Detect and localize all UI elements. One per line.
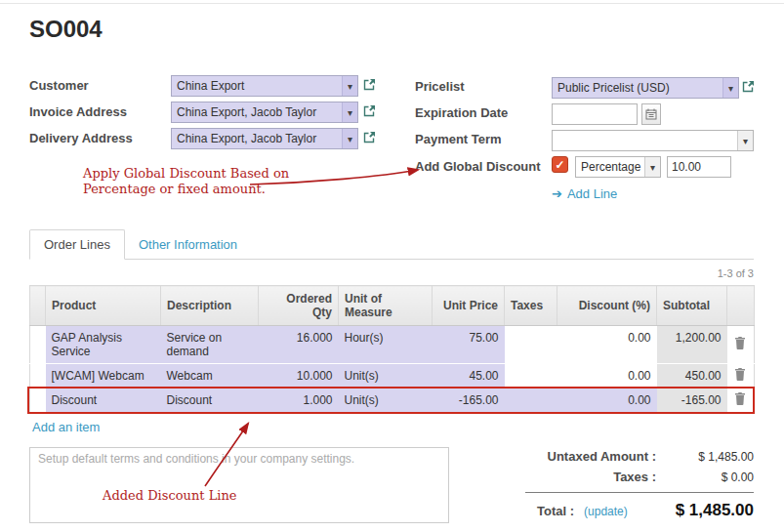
cell-uom[interactable]: Unit(s) <box>339 389 433 413</box>
notebook-tabs: Order Lines Other Information <box>29 230 754 260</box>
total-value: $ 1,485.00 <box>628 501 754 520</box>
cell-discount[interactable]: 0.00 <box>557 364 657 389</box>
col-taxes: Taxes <box>505 286 557 326</box>
add-global-discount-label: Add Global Discount <box>415 159 541 174</box>
discount-type-select[interactable]: Percentage <box>575 156 661 178</box>
table-row[interactable]: GAP Analysis Service Service on demand 1… <box>30 326 755 364</box>
col-description: Description <box>161 286 259 326</box>
cell-taxes[interactable] <box>505 326 557 364</box>
trash-icon[interactable] <box>727 364 755 389</box>
cell-product[interactable]: Discount <box>46 389 161 413</box>
payment-term-label: Payment Term <box>415 132 502 146</box>
cell-description[interactable]: Discount <box>161 389 259 413</box>
cell-description[interactable]: Webcam <box>161 364 259 389</box>
cell-qty[interactable]: 16.000 <box>259 326 339 364</box>
delivery-address-select[interactable]: China Export, Jacob Taylor <box>171 128 358 149</box>
cell-subtotal: 1,200.00 <box>657 326 727 364</box>
row-handle <box>30 389 46 413</box>
external-link-icon[interactable] <box>363 130 376 147</box>
update-link[interactable]: (update) <box>584 505 628 518</box>
global-discount-checkbox[interactable] <box>552 156 568 173</box>
external-link-icon[interactable] <box>363 77 376 95</box>
cell-subtotal: -165.00 <box>657 389 727 413</box>
pager: 1-3 of 3 <box>29 267 754 279</box>
taxes-value: $ 0.00 <box>656 471 754 484</box>
cell-discount[interactable]: 0.00 <box>557 326 657 364</box>
order-lines-table: Product Description Ordered Qty Unit of … <box>29 285 755 413</box>
arrow-right-icon <box>552 186 567 201</box>
cell-price[interactable]: -165.00 <box>433 389 505 413</box>
col-delete <box>727 286 755 326</box>
row-handle <box>30 326 46 364</box>
window-top-edge <box>0 0 784 4</box>
chevron-down-icon <box>342 129 357 148</box>
terms-and-conditions-textarea[interactable] <box>29 447 449 523</box>
cell-taxes[interactable] <box>505 389 557 413</box>
pricelist-label: Pricelist <box>415 79 465 94</box>
col-product: Product <box>46 286 161 326</box>
cell-product[interactable]: GAP Analysis Service <box>46 326 161 364</box>
payment-term-value <box>553 131 737 150</box>
calendar-icon[interactable] <box>641 103 661 125</box>
cell-price[interactable]: 75.00 <box>433 326 505 364</box>
cell-discount[interactable]: 0.00 <box>557 389 657 413</box>
discount-amount-input[interactable] <box>667 156 731 178</box>
customer-value: China Export <box>172 76 342 96</box>
col-ordered-qty: Ordered Qty <box>259 286 339 326</box>
cell-uom[interactable]: Unit(s) <box>339 364 433 389</box>
customer-select[interactable]: China Export <box>171 75 358 97</box>
cell-subtotal: 450.00 <box>657 364 727 389</box>
expiration-date-input[interactable] <box>552 103 638 125</box>
pricelist-select[interactable]: Public Pricelist (USD) <box>552 77 739 99</box>
total-label: Total : <box>537 504 574 518</box>
chevron-down-icon <box>342 76 357 96</box>
col-subtotal: Subtotal <box>657 286 727 326</box>
add-line-link[interactable]: Add Line <box>552 186 617 201</box>
add-an-item-link[interactable]: Add an item <box>32 420 100 434</box>
add-line-label: Add Line <box>567 186 617 201</box>
customer-label: Customer <box>29 78 89 93</box>
tab-order-lines[interactable]: Order Lines <box>29 229 125 260</box>
row-handle <box>30 364 46 389</box>
cell-description[interactable]: Service on demand <box>161 326 259 364</box>
taxes-label: Taxes : <box>469 470 656 484</box>
row-handle-header <box>30 286 46 326</box>
discount-type-value: Percentage <box>576 157 644 177</box>
table-header-row: Product Description Ordered Qty Unit of … <box>30 286 755 326</box>
expiration-date-label: Expiration Date <box>415 105 508 120</box>
invoice-address-label: Invoice Address <box>29 104 127 119</box>
trash-icon[interactable] <box>727 326 755 364</box>
table-row[interactable]: [WCAM] Webcam Webcam 10.000 Unit(s) 45.0… <box>30 364 755 389</box>
untaxed-amount-value: $ 1,485.00 <box>656 450 754 464</box>
untaxed-amount-label: Untaxed Amount : <box>469 449 656 464</box>
page-title: SO004 <box>29 16 103 43</box>
tab-other-information[interactable]: Other Information <box>125 230 251 259</box>
totals-block: Untaxed Amount : $ 1,485.00 Taxes : $ 0.… <box>469 449 754 520</box>
chevron-down-icon <box>644 157 660 177</box>
chevron-down-icon <box>342 102 357 122</box>
trash-icon[interactable] <box>727 389 755 413</box>
invoice-address-value: China Export, Jacob Taylor <box>172 102 342 122</box>
pricelist-value: Public Pricelist (USD) <box>553 78 722 98</box>
cell-uom[interactable]: Hour(s) <box>339 326 433 364</box>
delivery-address-value: China Export, Jacob Taylor <box>172 129 342 148</box>
delivery-address-label: Delivery Address <box>29 131 133 145</box>
external-link-icon[interactable] <box>363 103 376 121</box>
chevron-down-icon <box>737 131 753 150</box>
payment-term-select[interactable] <box>552 130 754 151</box>
chevron-down-icon <box>722 78 738 98</box>
col-discount: Discount (%) <box>557 286 657 326</box>
cell-qty[interactable]: 10.000 <box>259 364 339 389</box>
totals-divider <box>525 492 754 493</box>
cell-qty[interactable]: 1.000 <box>259 389 339 413</box>
col-unit-price: Unit Price <box>433 286 505 326</box>
cell-taxes[interactable] <box>505 364 557 389</box>
cell-product[interactable]: [WCAM] Webcam <box>46 364 161 389</box>
cell-price[interactable]: 45.00 <box>433 364 505 389</box>
table-row-discount[interactable]: Discount Discount 1.000 Unit(s) -165.00 … <box>30 389 755 413</box>
col-unit-of-measure: Unit of Measure <box>339 286 433 326</box>
invoice-address-select[interactable]: China Export, Jacob Taylor <box>171 102 358 123</box>
annotation-global-discount: Apply Global Discount Based on Percentag… <box>83 166 289 197</box>
external-link-icon[interactable] <box>742 79 755 97</box>
sale-order-page: SO004 Customer China Export Invoice Addr… <box>0 0 784 532</box>
